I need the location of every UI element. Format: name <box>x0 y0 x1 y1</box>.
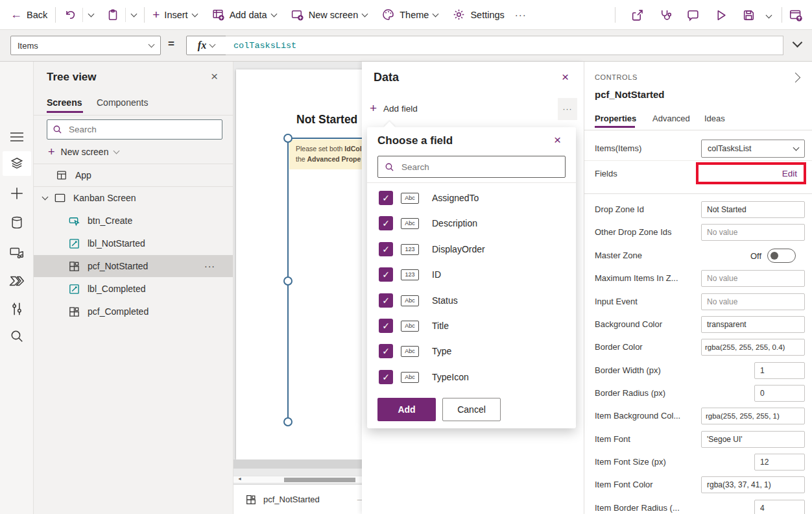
field-type-badge: Abc <box>401 372 419 383</box>
tab-screens[interactable]: Screens <box>47 97 82 108</box>
theme-label: Theme <box>400 10 429 20</box>
prop-label: Item Font <box>595 431 630 448</box>
selection-handle[interactable] <box>283 134 293 143</box>
field-row-title[interactable]: ✓ Abc Title <box>379 315 449 337</box>
item-overflow-button[interactable]: ··· <box>204 261 215 271</box>
data-panel-overflow-button[interactable]: ··· <box>558 98 577 120</box>
formula-bar-expand-chevron-icon[interactable] <box>793 38 803 48</box>
checkbox-checked[interactable]: ✓ <box>379 242 393 256</box>
field-row-type[interactable]: ✓ Abc Type <box>379 340 451 362</box>
tab-components[interactable]: Components <box>97 97 148 108</box>
expand-chevron-icon[interactable] <box>42 194 49 201</box>
checkbox-checked[interactable]: ✓ <box>379 293 393 308</box>
share-button[interactable] <box>630 8 644 22</box>
fields-edit-link[interactable]: Edit <box>782 169 797 178</box>
checkbox-checked[interactable]: ✓ <box>379 319 393 333</box>
prop-input-max-items[interactable]: No value <box>701 270 805 287</box>
save-button[interactable] <box>742 8 756 22</box>
tab-properties[interactable]: Properties <box>595 114 636 123</box>
tree-item-pcf-completed[interactable]: pcf_Completed <box>34 300 233 323</box>
field-row-displayorder[interactable]: ✓ 123 DisplayOrder <box>379 238 485 260</box>
selection-handle[interactable] <box>283 417 293 426</box>
add-data-menu[interactable]: Add data <box>211 8 276 21</box>
checkbox-checked[interactable]: ✓ <box>379 370 393 384</box>
publish-icon <box>789 8 803 22</box>
prop-input-item-background-color[interactable]: rgba(255, 255, 255, 1) <box>701 408 805 424</box>
back-button[interactable]: ← Back <box>10 8 47 21</box>
selection-handle[interactable] <box>283 276 293 286</box>
checkbox-checked[interactable]: ✓ <box>379 216 393 230</box>
field-row-status[interactable]: ✓ Abc Status <box>379 289 458 312</box>
prop-input-item-font[interactable]: 'Segoe UI' <box>701 431 805 448</box>
rail-tree-view-selected-tile[interactable] <box>3 151 31 176</box>
save-dropdown-chevron-icon[interactable] <box>766 12 772 18</box>
tree-view-close-icon[interactable]: × <box>211 69 218 84</box>
tree-item-lbl-notstarted[interactable]: lbl_NotStarted <box>34 232 233 254</box>
rail-media-button[interactable] <box>9 245 25 260</box>
rail-variables-button[interactable] <box>10 302 23 316</box>
checkbox-checked[interactable]: ✓ <box>379 191 393 205</box>
items-dropdown[interactable]: colTasksList <box>701 140 805 158</box>
undo-dropdown-chevron-icon[interactable] <box>88 10 95 17</box>
app-checker-button[interactable] <box>658 8 672 22</box>
prop-input-border-width[interactable]: 1 <box>754 362 805 379</box>
formula-input[interactable]: colTasksList <box>226 36 783 55</box>
property-selector[interactable]: Items <box>10 36 161 55</box>
prop-input-input-event[interactable]: No value <box>701 293 805 310</box>
preview-button[interactable] <box>714 8 728 22</box>
add-field-button[interactable]: + Add field <box>370 99 418 117</box>
tree-item-kanban-screen[interactable]: Kanban Screen <box>34 187 233 209</box>
paste-dropdown-chevron-icon[interactable] <box>131 10 137 17</box>
comments-button[interactable] <box>686 8 700 22</box>
settings-button[interactable]: Settings <box>452 8 504 21</box>
prop-value: rgba(255, 255, 255, 1) <box>706 412 780 420</box>
popup-search-input[interactable] <box>400 162 558 173</box>
undo-button[interactable] <box>64 8 77 21</box>
field-row-id[interactable]: ✓ 123 ID <box>379 263 441 286</box>
prop-input-border-color[interactable]: rgba(255, 255, 255, 0.4) <box>701 339 805 356</box>
insert-menu[interactable]: + Insert <box>152 8 197 22</box>
field-row-assignedto[interactable]: ✓ Abc AssignedTo <box>379 187 479 209</box>
rail-data-button[interactable] <box>10 215 24 230</box>
prop-input-other-drop-zone-ids[interactable]: No value <box>701 224 805 241</box>
prop-input-background-color[interactable]: transparent <box>701 316 805 333</box>
field-row-description[interactable]: ✓ Abc Description <box>379 212 477 234</box>
new-screen-menu[interactable]: New screen <box>291 8 368 21</box>
popup-close-icon[interactable]: × <box>554 133 561 147</box>
popup-cancel-button[interactable]: Cancel <box>442 398 501 421</box>
tree-item-app[interactable]: App <box>34 164 233 186</box>
scrollbar-thumb[interactable] <box>284 478 355 482</box>
rail-insert-button[interactable] <box>10 186 24 201</box>
tree-search-input[interactable] <box>67 124 217 135</box>
rail-search-button[interactable] <box>10 329 24 343</box>
check-icon: ✓ <box>382 372 390 382</box>
tree-item-lbl-completed[interactable]: lbl_Completed <box>34 278 233 300</box>
prop-input-item-font-color[interactable]: rgba(33, 37, 41, 1) <box>701 476 805 493</box>
checkbox-checked[interactable]: ✓ <box>379 344 393 358</box>
field-label: Type <box>432 346 451 356</box>
tab-advanced[interactable]: Advanced <box>652 114 690 123</box>
data-panel-close-icon[interactable]: × <box>562 70 569 84</box>
publish-button[interactable] <box>789 8 803 22</box>
checkbox-checked[interactable]: ✓ <box>379 267 393 282</box>
tree-item-pcf-notstarted[interactable]: pcf_NotStarted ··· <box>34 255 233 277</box>
prop-input-item-font-size[interactable]: 12 <box>754 454 805 471</box>
prop-input-border-radius[interactable]: 0 <box>754 385 805 402</box>
scrollbar-left-arrow-icon[interactable]: ◄ <box>237 476 242 481</box>
tree-new-screen-button[interactable]: + New screen <box>48 144 119 160</box>
prop-input-item-border-radius[interactable]: 4 <box>754 500 805 514</box>
theme-menu[interactable]: Theme <box>381 8 438 21</box>
hamburger-menu-button[interactable] <box>10 132 24 142</box>
tree-item-btn-create[interactable]: btn_Create <box>34 210 233 232</box>
tab-ideas[interactable]: Ideas <box>704 114 725 123</box>
master-zone-toggle[interactable] <box>767 249 796 263</box>
fx-dropdown[interactable]: fx <box>186 36 226 55</box>
panel-collapse-chevron-icon[interactable] <box>791 73 801 83</box>
popup-add-button[interactable]: Add <box>377 398 436 421</box>
prop-input-drop-zone-id[interactable]: Not Started <box>701 201 805 218</box>
field-row-typeicon[interactable]: ✓ Abc TypeIcon <box>379 366 469 388</box>
rail-power-automate-button[interactable] <box>9 274 25 288</box>
chevron-down-icon <box>433 10 439 17</box>
paste-button[interactable] <box>106 8 119 21</box>
toolbar-overflow-button[interactable]: ··· <box>515 9 527 20</box>
